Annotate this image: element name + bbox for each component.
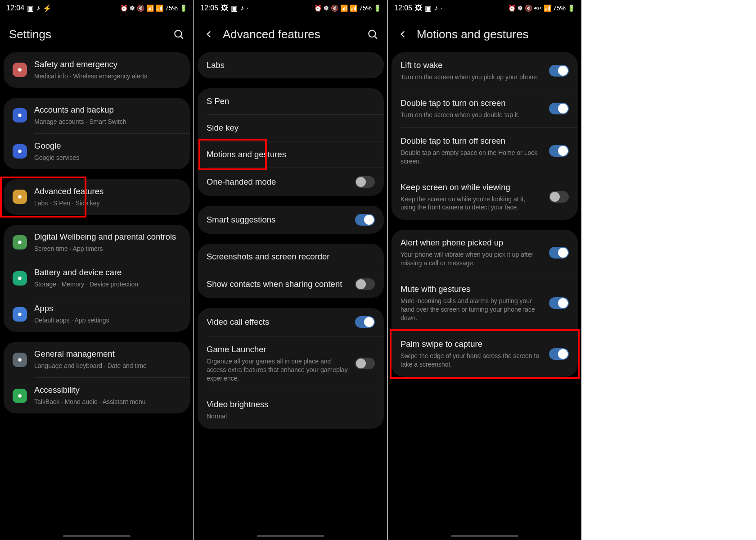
row-subtitle: Manage accounts · Smart Switch: [34, 118, 181, 126]
settings-card: General managementLanguage and keyboard …: [4, 342, 190, 413]
settings-row[interactable]: Accounts and backupManage accounts · Sma…: [4, 98, 190, 133]
settings-row[interactable]: AccessibilityTalkBack · Mono audio · Ass…: [4, 378, 190, 413]
search-icon[interactable]: [173, 28, 184, 40]
row-subtitle: Organize all your games all in one place…: [207, 357, 348, 383]
toggle-switch[interactable]: [355, 176, 375, 188]
battery-pct: 75%: [553, 5, 566, 12]
bolt-icon: ⚡: [43, 4, 52, 13]
toggle-switch[interactable]: [355, 316, 375, 328]
toggle-switch[interactable]: [549, 247, 569, 259]
settings-row[interactable]: Digital Wellbeing and parental controlsS…: [4, 225, 190, 260]
settings-row[interactable]: One-handed mode: [198, 168, 384, 196]
row-title: Safety and emergency: [34, 59, 181, 69]
toggle-switch[interactable]: [549, 103, 569, 114]
home-indicator[interactable]: [63, 535, 130, 537]
toggle-switch[interactable]: [549, 191, 569, 203]
row-title: Palm swipe to capture: [400, 339, 542, 349]
settings-row[interactable]: Battery and device careStorage · Memory …: [4, 260, 190, 296]
home-indicator[interactable]: [257, 535, 324, 537]
phone-settings: 12:04 ▣ ♪ ⚡ ⏰ ✽ 🔇 📶 📶 75% 🔋 Settings Saf…: [0, 0, 194, 540]
svg-point-11: [369, 30, 375, 37]
settings-row[interactable]: Double tap to turn on screenTurn on the …: [392, 90, 578, 127]
nfc-icon: ▣: [231, 4, 238, 13]
row-subtitle: Medical info · Wireless emergency alerts: [34, 72, 181, 81]
toggle-switch[interactable]: [549, 65, 569, 77]
settings-icon: [13, 144, 27, 159]
settings-row[interactable]: Screenshots and screen recorder: [198, 244, 384, 270]
row-title: Screenshots and screen recorder: [207, 252, 375, 262]
toggle-switch[interactable]: [355, 214, 375, 226]
status-bar: 12:05 🖼 ▣ ♪ · ⏰ ✽ 🔇 📶 📶 75% 🔋: [194, 0, 387, 16]
row-subtitle: Keep the screen on while you're looking …: [400, 195, 542, 212]
header: Advanced features: [194, 16, 387, 52]
settings-card: Safety and emergencyMedical info · Wirel…: [4, 52, 190, 88]
clock: 12:05: [200, 4, 218, 12]
toggle-switch[interactable]: [549, 348, 569, 360]
svg-point-10: [18, 394, 22, 398]
settings-row[interactable]: Alert when phone picked upYour phone wil…: [392, 230, 578, 276]
home-indicator[interactable]: [451, 535, 518, 537]
battery-icon: 🔋: [180, 5, 187, 12]
alarm-icon: ⏰: [314, 5, 322, 12]
toggle-switch[interactable]: [549, 297, 569, 309]
settings-row[interactable]: Video call effects: [198, 308, 384, 336]
settings-icon: [13, 190, 27, 204]
svg-point-0: [175, 30, 181, 37]
signal-icon: 📶: [350, 5, 357, 12]
row-title: Mute with gestures: [400, 284, 542, 294]
settings-row[interactable]: Labs: [198, 52, 384, 78]
settings-icon: [13, 271, 27, 286]
back-icon[interactable]: [203, 28, 215, 40]
music-icon: ♪: [36, 4, 40, 12]
settings-row[interactable]: AppsDefault apps · App settings: [4, 296, 190, 332]
row-title: Advanced features: [34, 186, 181, 196]
row-subtitle: Turn on the screen when you pick up your…: [400, 73, 542, 82]
row-subtitle: Labs · S Pen · Side key: [34, 199, 181, 208]
settings-row[interactable]: General managementLanguage and keyboard …: [4, 342, 190, 377]
page-title: Motions and gestures: [417, 27, 572, 41]
settings-row[interactable]: Mute with gesturesMute incoming calls an…: [392, 276, 578, 331]
settings-icon: [13, 307, 27, 322]
row-title: Side key: [207, 123, 375, 133]
settings-row[interactable]: Smart suggestions: [198, 206, 384, 234]
row-subtitle: TalkBack · Mono audio · Assistant menu: [34, 398, 181, 406]
back-icon[interactable]: [397, 28, 409, 40]
settings-row[interactable]: Safety and emergencyMedical info · Wirel…: [4, 52, 190, 88]
wifi-icon: 📶: [146, 5, 154, 12]
settings-card: Digital Wellbeing and parental controlsS…: [4, 225, 190, 332]
settings-row[interactable]: Side key: [198, 115, 384, 141]
signal-icon: 📶: [156, 5, 163, 12]
settings-row[interactable]: Lift to wakeTurn on the screen when you …: [392, 52, 578, 90]
settings-row[interactable]: Keep screen on while viewingKeep the scr…: [392, 174, 578, 220]
search-icon[interactable]: [367, 28, 378, 40]
row-title: Double tap to turn on screen: [400, 98, 542, 108]
toggle-switch[interactable]: [355, 278, 375, 290]
settings-row[interactable]: Double tap to turn off screenDouble tap …: [392, 128, 578, 174]
settings-row[interactable]: Show contacts when sharing content: [198, 270, 384, 298]
svg-point-7: [18, 277, 22, 280]
settings-card: Accounts and backupManage accounts · Sma…: [4, 98, 190, 169]
row-subtitle: Default apps · App settings: [34, 316, 181, 325]
row-subtitle: Language and keyboard · Date and time: [34, 362, 181, 370]
settings-icon: [13, 235, 27, 250]
motions-list: Lift to wakeTurn on the screen when you …: [388, 52, 581, 540]
settings-card: Advanced featuresLabs · S Pen · Side key: [4, 179, 190, 215]
row-title: Digital Wellbeing and parental controls: [34, 232, 181, 242]
settings-row[interactable]: Palm swipe to captureSwipe the edge of y…: [392, 331, 578, 377]
settings-row[interactable]: Game LauncherOrganize all your games all…: [198, 336, 384, 391]
settings-row[interactable]: GoogleGoogle services: [4, 134, 190, 169]
nfc-icon: ▣: [27, 4, 34, 13]
nfc-icon: ▣: [425, 4, 432, 13]
settings-row[interactable]: Video brightnessNormal: [198, 391, 384, 429]
settings-row[interactable]: Advanced featuresLabs · S Pen · Side key: [4, 179, 190, 215]
settings-card: Labs: [198, 52, 384, 78]
row-subtitle: Google services: [34, 154, 181, 162]
settings-row[interactable]: Motions and gestures: [198, 141, 384, 168]
toggle-switch[interactable]: [549, 145, 569, 157]
toggle-switch[interactable]: [355, 358, 375, 369]
wifi-icon: 📶: [340, 5, 348, 12]
svg-point-5: [18, 195, 22, 199]
row-subtitle: Storage · Memory · Device protection: [34, 280, 181, 289]
settings-row[interactable]: S Pen: [198, 88, 384, 114]
bluetooth-icon: ✽: [324, 5, 329, 12]
